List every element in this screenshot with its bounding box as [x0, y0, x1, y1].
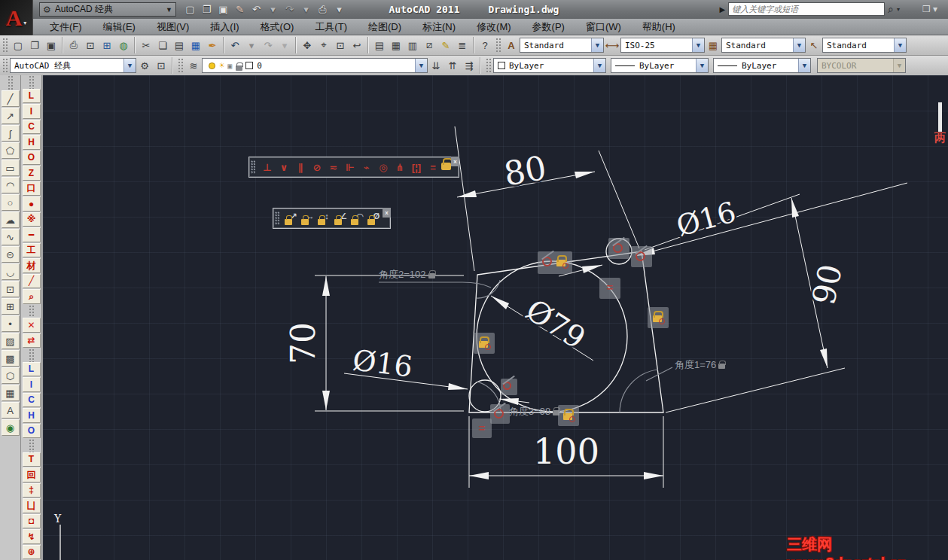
dimconstraint-radius-icon[interactable]: ◠	[349, 210, 366, 227]
angle1-constraint-label[interactable]: 角度1=76	[675, 358, 728, 372]
custom-tool-button[interactable]	[29, 439, 34, 452]
constraint-badge-fix[interactable]	[558, 405, 579, 426]
custom-tool-L-blue[interactable]: L	[23, 362, 41, 377]
ellipse-tool[interactable]: ⊝	[2, 246, 20, 263]
menu-file[interactable]: 文件(F)	[39, 19, 93, 35]
properties-icon[interactable]: ▤	[371, 37, 388, 53]
constraint-badge-fix[interactable]	[474, 333, 495, 354]
custom-tool-slot[interactable]: ◘	[23, 514, 41, 529]
mleader-style-icon[interactable]: ↖	[806, 37, 822, 53]
open-icon[interactable]: ❐	[26, 37, 43, 53]
linetype-combo[interactable]: ByLayer ▼	[611, 58, 709, 73]
layer-previous-icon[interactable]: ⇈	[444, 57, 461, 74]
my-workspace-icon[interactable]: ⊡	[153, 57, 169, 74]
angle3-constraint-label[interactable]: 角度3=98	[509, 405, 562, 418]
chevron-down-icon[interactable]: ▼	[894, 38, 906, 52]
zoom-realtime-icon[interactable]: ⌖	[315, 37, 332, 53]
dimconstraint-diameter-icon[interactable]: Ø	[366, 210, 383, 227]
draw-tool-button[interactable]	[8, 75, 13, 90]
layer-thaw-icon[interactable]: ☀	[219, 60, 224, 71]
region-tool[interactable]: ⬡	[2, 367, 20, 384]
constraint-badge-tangent[interactable]	[490, 404, 510, 424]
qat-redo-dropdown[interactable]: ▾	[298, 2, 314, 17]
polygon-tool[interactable]: ⬠	[2, 142, 20, 159]
dim-style-icon[interactable]: ⟷	[604, 37, 620, 53]
point-tool[interactable]: •	[2, 315, 20, 332]
constraint-badge-equal[interactable]: =	[472, 418, 492, 438]
workspace-settings-icon[interactable]: ⚙	[136, 57, 153, 74]
custom-tool-break[interactable]: ↯	[23, 529, 41, 544]
make-block-tool[interactable]: ⊞	[2, 298, 20, 315]
toolbar-button[interactable]	[367, 37, 369, 53]
construction-line-tool[interactable]: ↗	[2, 108, 20, 124]
constraint-concentric-icon[interactable]: ◎	[375, 159, 392, 175]
custom-tool-C-blue[interactable]: C	[23, 393, 41, 408]
menu-view[interactable]: 视图(V)	[146, 19, 200, 35]
quickcalc-icon[interactable]: ≣	[454, 37, 471, 53]
toolbar-button[interactable]	[473, 37, 474, 53]
layers-toolbar-grip[interactable]	[178, 58, 183, 73]
plot-preview-icon[interactable]: ⊡	[82, 37, 99, 53]
arc-tool[interactable]: ◠	[2, 177, 20, 193]
qat-undo-icon[interactable]: ↶	[248, 2, 264, 17]
toolbar-button[interactable]	[295, 37, 297, 53]
pan-icon[interactable]: ✥	[299, 37, 315, 53]
toolbar-button[interactable]	[62, 37, 63, 53]
menu-edit[interactable]: 编辑(E)	[93, 19, 146, 35]
custom-tool-beam[interactable]: 工	[23, 243, 41, 258]
qat-save-icon[interactable]: ▣	[215, 2, 231, 17]
publish-icon[interactable]: ⊞	[99, 37, 115, 53]
custom-tool-redline[interactable]: ╱	[23, 274, 41, 289]
constraint-perpendicular-icon[interactable]: ∨	[276, 159, 292, 175]
circle-tool[interactable]: ○	[2, 194, 20, 211]
custom-tool-square[interactable]: 回	[23, 467, 41, 482]
paste-special-icon[interactable]: ▦	[187, 37, 204, 53]
infocenter-panel-icon[interactable]: ❒ ▾	[922, 4, 937, 14]
layer-combo[interactable]: ☀ ▣ 0 ▼	[202, 58, 428, 73]
gradient-tool[interactable]: ▩	[2, 350, 20, 367]
workspace-combo[interactable]: AutoCAD 经典 ▼	[10, 58, 136, 73]
constraint-equal-icon[interactable]: =	[425, 159, 441, 175]
custom-tool-dot[interactable]: ●	[23, 196, 41, 212]
zoom-window-icon[interactable]: ⊡	[332, 37, 349, 53]
donut-tool[interactable]: ◉	[2, 419, 20, 436]
workspace-switcher[interactable]: ⚙ AutoCAD 经典 ▼	[39, 2, 176, 17]
custom-tool-H[interactable]: H	[23, 135, 41, 150]
save-icon[interactable]: ▣	[43, 37, 59, 53]
close-icon[interactable]: x	[383, 208, 391, 218]
angle2-constraint-label[interactable]: 角度2=102	[379, 268, 438, 282]
rectangle-tool[interactable]: ▭	[2, 160, 20, 176]
chevron-down-icon[interactable]: ▼	[123, 59, 136, 72]
constraint-badge-tangent[interactable]	[631, 246, 652, 267]
constraint-badge-equal[interactable]: =	[599, 278, 620, 299]
table-tool[interactable]: ▦	[2, 385, 20, 401]
print-icon[interactable]: ⎙	[66, 37, 82, 53]
custom-tool-center[interactable]: ⊕	[23, 545, 41, 560]
constraint-tangent-icon[interactable]: ⊘	[309, 159, 325, 175]
multiline-text-tool[interactable]: A	[2, 402, 20, 418]
menu-parametric[interactable]: 参数(P)	[522, 19, 575, 35]
undo-dropdown[interactable]: ▾	[243, 37, 260, 53]
line-tool[interactable]: ╱	[2, 90, 20, 107]
dimconstraint-horizontal-icon[interactable]: ↔	[300, 210, 316, 227]
copy-icon[interactable]: ❏	[154, 37, 171, 53]
dimconstraint-angular-icon[interactable]: ∠	[333, 210, 349, 227]
custom-tool-O-blue[interactable]: O	[23, 424, 41, 439]
custom-tool-axis[interactable]: ‡	[23, 483, 41, 498]
constraint-fix-icon[interactable]	[441, 163, 451, 170]
toolbar-button[interactable]	[134, 37, 136, 53]
chevron-down-icon[interactable]: ▼	[692, 38, 704, 52]
menu-dimension[interactable]: 标注(N)	[412, 19, 466, 35]
custom-tool-channel[interactable]: 凵	[23, 498, 41, 513]
search-icon[interactable]: ⌕	[888, 3, 894, 16]
new-icon[interactable]: ▢	[10, 37, 26, 53]
chevron-down-icon[interactable]: ▼	[793, 38, 805, 52]
markup-icon[interactable]: ✎	[437, 37, 454, 53]
dimconstraint-aligned-icon[interactable]: ↗	[283, 210, 300, 227]
qat-undo-dropdown[interactable]: ▾	[265, 2, 281, 17]
custom-tool-T[interactable]: T	[23, 452, 41, 467]
search-input[interactable]	[728, 2, 885, 16]
table-style-icon[interactable]: ▦	[705, 37, 721, 53]
custom-tool-O[interactable]: O	[23, 151, 41, 166]
constraint-badge-fix[interactable]	[648, 307, 669, 328]
